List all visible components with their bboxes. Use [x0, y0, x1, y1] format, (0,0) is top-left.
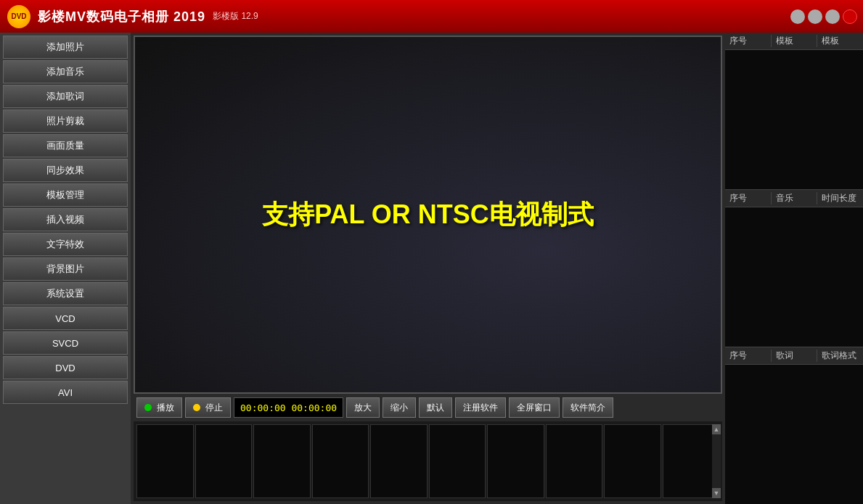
- lyrics-list: [725, 365, 863, 504]
- btn-avi[interactable]: AVI: [3, 381, 128, 404]
- default-button[interactable]: 默认: [419, 397, 452, 418]
- lyrics-col-format: 歌词格式: [817, 350, 863, 362]
- btn-add-photo[interactable]: 添加照片: [3, 36, 128, 59]
- restore-button[interactable]: [825, 9, 840, 24]
- register-button[interactable]: 注册软件: [455, 397, 506, 418]
- lyrics-col-num: 序号: [725, 350, 772, 362]
- thumb-item[interactable]: [429, 424, 486, 498]
- btn-insert-video[interactable]: 插入视频: [3, 208, 128, 231]
- preview-text: 支持PAL OR NTSC电视制式: [262, 197, 594, 233]
- control-bar: 播放 停止 00:00:00 00:00:00 放大 缩小 默认 注册软件 全屏…: [134, 394, 722, 421]
- fullscreen-button[interactable]: 全屏窗口: [509, 397, 560, 418]
- btn-add-lyrics[interactable]: 添加歌词: [3, 85, 128, 108]
- stop-label: 停止: [205, 402, 223, 414]
- scroll-track: [712, 434, 721, 488]
- minimize-button[interactable]: [790, 9, 805, 24]
- stop-indicator: [193, 404, 200, 411]
- app-version: 影楼版 12.9: [213, 10, 258, 22]
- thumb-item[interactable]: [546, 424, 603, 498]
- thumb-item[interactable]: [253, 424, 311, 498]
- thumb-item[interactable]: [604, 424, 661, 498]
- play-indicator: [144, 404, 152, 411]
- music-col-num: 序号: [725, 192, 772, 205]
- lyrics-col-text: 歌词: [772, 350, 818, 362]
- main-layout: 添加照片 添加音乐 添加歌词 照片剪裁 画面质量 同步效果 模板管理 插入视频 …: [0, 33, 863, 504]
- template-list: [725, 50, 863, 189]
- right-panel: 序号 模板 模板 序号 音乐 时间长度 序号 歌词 歌词格式: [725, 33, 863, 504]
- thumb-item[interactable]: [136, 424, 194, 498]
- maximize-button[interactable]: [808, 9, 822, 24]
- scroll-down-arrow[interactable]: ▼: [712, 488, 721, 498]
- title-bar: DVD 影楼MV数码电子相册 2019 影楼版 12.9: [0, 0, 863, 33]
- btn-vcd[interactable]: VCD: [3, 307, 128, 330]
- music-list: [725, 207, 863, 347]
- preview-area: 支持PAL OR NTSC电视制式: [134, 36, 722, 394]
- thumb-item[interactable]: [370, 424, 428, 498]
- app-logo: DVD: [7, 5, 30, 28]
- btn-template-mgr[interactable]: 模板管理: [3, 183, 128, 207]
- btn-photo-crop[interactable]: 照片剪裁: [3, 110, 128, 133]
- template-panel: 序号 模板 模板: [725, 33, 863, 190]
- btn-settings[interactable]: 系统设置: [3, 282, 128, 305]
- music-col-name: 音乐: [772, 192, 818, 205]
- template-col-name: 模板: [772, 35, 818, 47]
- app-title: 影楼MV数码电子相册 2019: [38, 8, 205, 25]
- about-button[interactable]: 软件简介: [563, 397, 613, 418]
- btn-text-effect[interactable]: 文字特效: [3, 233, 128, 256]
- btn-sync-effect[interactable]: 同步效果: [3, 159, 128, 182]
- play-button[interactable]: 播放: [136, 397, 182, 418]
- thumbnail-strip: ▲ ▼: [134, 421, 722, 501]
- thumb-item[interactable]: [195, 424, 253, 498]
- music-panel: 序号 音乐 时间长度: [725, 190, 863, 347]
- zoom-in-button[interactable]: 放大: [346, 397, 380, 418]
- thumb-item[interactable]: [487, 424, 544, 498]
- btn-dvd[interactable]: DVD: [3, 356, 128, 379]
- music-col-duration: 时间长度: [817, 192, 863, 205]
- sidebar: 添加照片 添加音乐 添加歌词 照片剪裁 画面质量 同步效果 模板管理 插入视频 …: [0, 33, 131, 504]
- center-area: 支持PAL OR NTSC电视制式 播放 停止 00:00:00 00:00:0…: [131, 33, 725, 504]
- lyrics-panel-header: 序号 歌词 歌词格式: [725, 347, 863, 365]
- window-controls: [790, 9, 857, 24]
- timecode-display: 00:00:00 00:00:00: [234, 397, 343, 418]
- template-col-num: 序号: [725, 35, 772, 47]
- template-panel-header: 序号 模板 模板: [725, 33, 863, 50]
- btn-bg-image[interactable]: 背景图片: [3, 257, 128, 281]
- scroll-up-arrow[interactable]: ▲: [712, 424, 721, 434]
- lyrics-panel: 序号 歌词 歌词格式: [725, 347, 863, 504]
- btn-svcd[interactable]: SVCD: [3, 331, 128, 355]
- btn-add-music[interactable]: 添加音乐: [3, 60, 128, 83]
- thumb-item[interactable]: [663, 424, 720, 498]
- zoom-out-button[interactable]: 缩小: [383, 397, 416, 418]
- thumb-item[interactable]: [312, 424, 369, 498]
- play-label: 播放: [157, 402, 174, 414]
- template-col-extra: 模板: [817, 35, 863, 47]
- stop-button[interactable]: 停止: [185, 397, 231, 418]
- thumbnail-scrollbar[interactable]: ▲ ▼: [712, 424, 721, 498]
- music-panel-header: 序号 音乐 时间长度: [725, 190, 863, 207]
- btn-quality[interactable]: 画面质量: [3, 134, 128, 157]
- close-button[interactable]: [843, 9, 857, 24]
